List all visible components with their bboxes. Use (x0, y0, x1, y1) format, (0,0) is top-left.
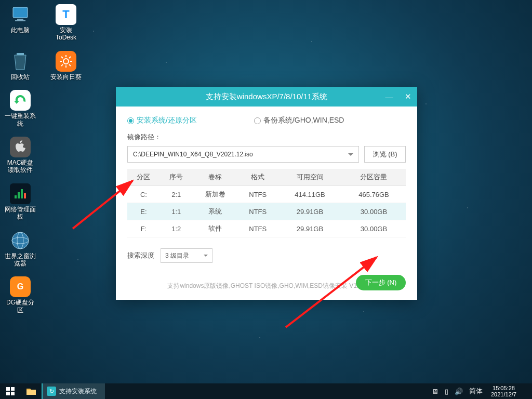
svg-rect-3 (17, 53, 24, 55)
icon-label: 安装向日葵 (50, 73, 82, 81)
col-capacity: 分区容量 (342, 169, 406, 186)
tray-clock[interactable]: 15:05:28 2021/12/7 (491, 385, 516, 397)
icon-label: 安装ToDesk (50, 26, 82, 42)
col-format: 格式 (238, 169, 278, 186)
install-dialog: 支持安装windowsXP/7/8/10/11系统 — ✕ 安装系统/还原分区 … (116, 87, 417, 300)
icon-label: 一键重装系统 (4, 112, 36, 127)
icon-label: DG硬盘分区 (4, 299, 36, 314)
path-label: 镜像路径： (127, 132, 406, 142)
close-button[interactable]: ✕ (398, 87, 417, 107)
radio-icon (254, 117, 261, 124)
start-button[interactable] (0, 383, 21, 399)
svg-line-10 (69, 64, 71, 66)
svg-rect-2 (15, 20, 25, 21)
search-depth-label: 搜索深度 (127, 251, 154, 260)
task-app-icon: ↻ (47, 387, 56, 396)
col-volume: 卷标 (193, 169, 238, 186)
svg-rect-24 (6, 392, 10, 395)
browse-button[interactable]: 浏览 (B) (364, 146, 406, 163)
svg-line-12 (61, 64, 63, 66)
col-partition: 分区 (127, 169, 160, 186)
minimize-button[interactable]: — (380, 87, 398, 107)
table-row[interactable]: F: 1:2 软件 NTFS 29.91GB 30.00GB (127, 220, 406, 237)
desktop-icon-this-pc[interactable]: 此电脑 (4, 4, 36, 42)
svg-rect-15 (21, 189, 23, 198)
tray-battery-icon[interactable]: ▯ (445, 388, 448, 395)
svg-rect-26 (26, 390, 36, 395)
svg-rect-22 (6, 387, 10, 391)
desktop-icon-todesk[interactable]: T 安装ToDesk (50, 4, 82, 42)
desktop-icon-dg-partition[interactable]: G DG硬盘分区 (4, 276, 36, 314)
svg-point-4 (63, 59, 69, 64)
desktop-icon-sunlogin[interactable]: 安装向日葵 (50, 51, 82, 81)
col-index: 序号 (160, 169, 193, 186)
path-value: C:\DEEPIN_WIN10_X64_Q8_V2021.12.iso (133, 151, 253, 158)
col-free: 可用空间 (278, 169, 342, 186)
icon-label: 世界之窗浏览器 (4, 252, 36, 268)
tray-ime-indicator[interactable]: 简体 (469, 387, 483, 396)
svg-rect-25 (11, 392, 15, 395)
tray-volume-icon[interactable]: 🔊 (455, 388, 463, 395)
desktop-icon-reinstall[interactable]: 一键重装系统 (4, 90, 36, 127)
svg-rect-0 (13, 7, 28, 18)
partition-table: 分区 序号 卷标 格式 可用空间 分区容量 C: 2:1 新加卷 NTFS 41… (127, 169, 406, 237)
icon-label: 回收站 (11, 73, 30, 81)
radio-label: 安装系统/还原分区 (137, 116, 197, 125)
tray-network-icon[interactable]: 🖥 (432, 388, 438, 395)
desktop-icon-mac-disk[interactable]: MAC硬盘读取软件 (4, 137, 36, 174)
radio-label: 备份系统/GHO,WIN,ESD (263, 116, 344, 125)
desktop-icon-network-panel[interactable]: 网络管理面板 (4, 183, 36, 221)
clock-date: 2021/12/7 (491, 391, 516, 397)
svg-rect-13 (15, 195, 17, 198)
svg-line-11 (69, 57, 71, 58)
radio-backup[interactable]: 备份系统/GHO,WIN,ESD (254, 116, 344, 125)
next-button[interactable]: 下一步 (N) (356, 275, 406, 290)
icon-label: MAC硬盘读取软件 (4, 159, 36, 174)
dialog-titlebar[interactable]: 支持安装windowsXP/7/8/10/11系统 — ✕ (116, 87, 417, 107)
desktop-icons: 此电脑 T 安装ToDesk 回收站 安装向日葵 一键重装系统 (4, 4, 82, 314)
image-path-combo[interactable]: C:\DEEPIN_WIN10_X64_Q8_V2021.12.iso (127, 146, 359, 163)
dialog-title: 支持安装windowsXP/7/8/10/11系统 (206, 92, 327, 102)
desktop-icon-theworld[interactable]: 世界之窗浏览器 (4, 230, 36, 268)
table-row[interactable]: E: 1:1 系统 NTFS 29.91GB 30.00GB (127, 203, 406, 220)
radio-install[interactable]: 安装系统/还原分区 (127, 116, 197, 125)
clock-time: 15:05:28 (491, 385, 516, 391)
system-tray: 🖥 ▯ 🔊 简体 15:05:28 2021/12/7 (432, 383, 516, 399)
taskbar-app-button[interactable]: ↻ 支持安装系统 (42, 383, 105, 399)
radio-icon (127, 117, 134, 124)
task-label: 支持安装系统 (59, 387, 97, 396)
taskbar-explorer-icon[interactable] (21, 383, 42, 399)
search-depth-select[interactable]: 3 级目录 (161, 248, 212, 263)
icon-label: 网络管理面板 (4, 206, 36, 221)
svg-rect-14 (18, 192, 20, 198)
svg-line-9 (61, 57, 63, 58)
svg-rect-23 (11, 387, 15, 391)
svg-rect-1 (17, 19, 23, 20)
svg-point-17 (12, 232, 29, 249)
table-row[interactable]: C: 2:1 新加卷 NTFS 414.11GB 465.76GB (127, 186, 406, 203)
desktop-icon-recycle-bin[interactable]: 回收站 (4, 51, 36, 81)
svg-rect-16 (24, 193, 26, 198)
icon-label: 此电脑 (11, 26, 30, 34)
